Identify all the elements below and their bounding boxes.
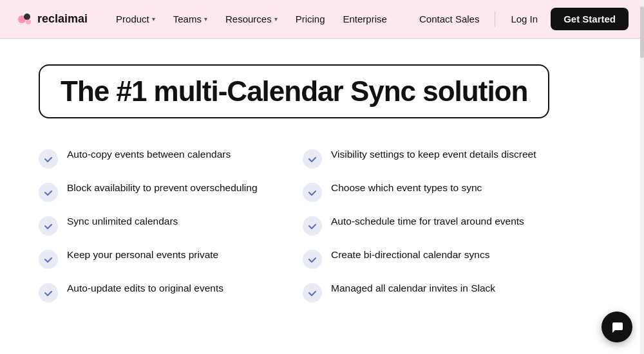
- feature-item: Block availability to prevent overschedu…: [39, 175, 303, 209]
- feature-item: Choose which event types to sync: [303, 175, 567, 209]
- feature-text: Auto-update edits to original events: [67, 282, 223, 295]
- check-icon: [303, 149, 322, 169]
- nav-right: Contact Sales Log In Get Started: [412, 8, 629, 30]
- feature-text: Sync unlimited calendars: [67, 215, 178, 228]
- feature-text: Create bi-directional calendar syncs: [331, 248, 489, 262]
- nav-item-pricing[interactable]: Pricing: [288, 10, 333, 28]
- hero-title-box: The #1 multi-Calendar Sync solution: [39, 64, 549, 118]
- feature-item: Auto-update edits to original events: [39, 275, 303, 309]
- check-icon: [39, 216, 58, 236]
- chevron-down-icon: ▾: [152, 15, 155, 23]
- feature-text: Auto-schedule time for travel around eve…: [331, 215, 524, 228]
- logo-text: reclaimai: [37, 12, 88, 26]
- feature-item: Create bi-directional calendar syncs: [303, 242, 567, 275]
- feature-text: Managed all calendar invites in Slack: [331, 282, 495, 295]
- check-icon: [39, 149, 58, 169]
- chevron-down-icon: ▾: [274, 15, 278, 23]
- svg-point-1: [24, 14, 30, 20]
- nav-links: Product ▾ Teams ▾ Resources ▾ Pricing En…: [108, 10, 412, 28]
- feature-item: Managed all calendar invites in Slack: [303, 275, 567, 309]
- features-grid: Auto-copy events between calendars Block…: [39, 142, 567, 309]
- chevron-down-icon: ▾: [204, 15, 207, 23]
- feature-text: Choose which event types to sync: [331, 182, 482, 195]
- check-icon: [39, 283, 58, 303]
- check-icon: [39, 250, 58, 269]
- nav-divider: [495, 12, 495, 27]
- scrollbar-thumb: [640, 6, 644, 58]
- contact-sales-link[interactable]: Contact Sales: [412, 10, 487, 28]
- scrollbar[interactable]: [640, 0, 644, 354]
- feature-item: Auto-copy events between calendars: [39, 142, 303, 175]
- feature-text: Auto-copy events between calendars: [67, 148, 231, 162]
- check-icon: [303, 250, 322, 269]
- check-icon: [303, 283, 322, 303]
- chat-bubble-button[interactable]: [601, 312, 632, 342]
- nav-item-product[interactable]: Product ▾: [108, 10, 163, 28]
- feature-item: Sync unlimited calendars: [39, 209, 303, 242]
- feature-text: Visibility settings to keep event detail…: [331, 148, 536, 162]
- check-icon: [303, 183, 322, 202]
- hero-title: The #1 multi-Calendar Sync solution: [61, 76, 527, 107]
- feature-item: Keep your personal events private: [39, 242, 303, 275]
- feature-item: Auto-schedule time for travel around eve…: [303, 209, 567, 242]
- nav-item-teams[interactable]: Teams ▾: [166, 10, 215, 28]
- nav-item-resources[interactable]: Resources ▾: [218, 10, 285, 28]
- nav-item-enterprise[interactable]: Enterprise: [336, 10, 395, 28]
- get-started-button[interactable]: Get Started: [551, 8, 629, 30]
- logo[interactable]: reclaimai: [15, 10, 88, 28]
- navbar: reclaimai Product ▾ Teams ▾ Resources ▾ …: [0, 0, 644, 39]
- check-icon: [39, 183, 58, 202]
- log-in-link[interactable]: Log In: [503, 10, 545, 28]
- feature-text: Block availability to prevent overschedu…: [67, 182, 258, 195]
- check-icon: [303, 216, 322, 236]
- svg-point-2: [26, 19, 31, 24]
- features-right-col: Visibility settings to keep event detail…: [303, 142, 567, 309]
- main-content: The #1 multi-Calendar Sync solution Auto…: [0, 39, 644, 354]
- feature-text: Keep your personal events private: [67, 248, 218, 262]
- features-left-col: Auto-copy events between calendars Block…: [39, 142, 303, 309]
- feature-item: Visibility settings to keep event detail…: [303, 142, 567, 175]
